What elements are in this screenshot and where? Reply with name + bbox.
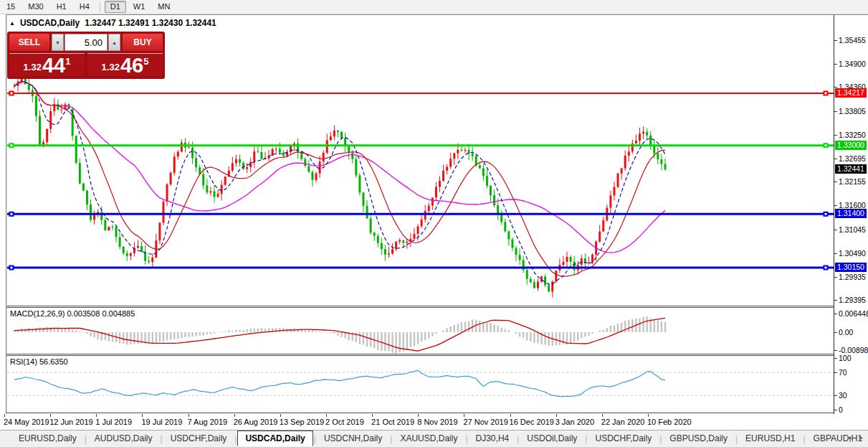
buy-price-pips: 46	[120, 56, 143, 75]
date-axis-tick	[510, 414, 511, 417]
date-axis-label: 13 Sep 2019	[280, 418, 324, 426]
buy-button[interactable]: BUY	[123, 34, 163, 51]
timeframe-button-w1[interactable]: W1	[128, 1, 151, 13]
date-axis-label: 10 Feb 2020	[647, 418, 692, 426]
date-axis-label: 16 Dec 2019	[510, 418, 554, 426]
price-axis-tick	[834, 182, 837, 182]
date-axis-tick	[4, 414, 5, 417]
macd-axis-tick	[834, 332, 837, 333]
macd-axis-tick	[834, 350, 837, 351]
chart-tab-audusd-daily[interactable]: AUDUSD,Daily	[87, 432, 160, 446]
price-level-badge: 1.31400	[835, 209, 867, 218]
date-axis-label: 12 Jun 2019	[49, 418, 93, 426]
buy-price-display[interactable]: 1.32 46 5	[87, 53, 163, 76]
date-axis-tick	[556, 414, 557, 417]
date-axis-tick	[234, 414, 235, 417]
timeframe-button-h1[interactable]: H1	[51, 1, 72, 13]
volume-input[interactable]	[65, 34, 108, 51]
date-axis-label: 21 Oct 2019	[371, 418, 414, 426]
chart-tab-eurusd-daily[interactable]: EURUSD,Daily	[11, 432, 84, 446]
buy-price-point: 5	[143, 56, 148, 67]
chart-ohlc-values: 1.32447 1.32491 1.32430 1.32441	[85, 18, 216, 28]
price-axis-label: 1.33250	[839, 131, 866, 139]
date-axis-tick	[372, 414, 373, 417]
volume-increase-button[interactable]: ▲	[108, 34, 120, 51]
timeframe-button-mn[interactable]: MN	[152, 1, 176, 13]
date-axis-tick	[418, 414, 419, 417]
tab-scroll-right-icon[interactable]: ►	[858, 434, 864, 441]
date-axis-label: 27 Nov 2019	[463, 418, 507, 426]
date-axis-tick	[50, 414, 51, 417]
toolbar-separator	[100, 2, 100, 12]
rsi-axis-tick	[834, 395, 837, 396]
one-click-trading-panel: SELL ▼ ▲ BUY 1.32 44 1 1.32 46 5	[7, 32, 165, 79]
chart-tab-gbpusd-daily[interactable]: GBPUSD,Daily	[662, 432, 735, 446]
chart-tab-dj30-h4[interactable]: DJ30,H4	[469, 432, 517, 446]
price-axis-tick	[834, 300, 837, 301]
rsi-indicator-label: RSI(14) 56.6350	[10, 357, 68, 366]
price-level-badge: 1.34217	[835, 88, 867, 98]
price-axis-label: 1.35455	[839, 36, 866, 44]
date-axis-tick	[326, 414, 327, 417]
sell-price-display[interactable]: 1.32 44 1	[9, 53, 85, 76]
rsi-panel-canvas[interactable]	[7, 356, 834, 413]
date-axis-label: 19 Jul 2019	[141, 418, 182, 426]
price-level-badge: 1.32441	[835, 164, 867, 174]
trading-app-window: 15M30H1H4D1W1MN ▲ USDCAD,Daily 1.32447 1…	[0, 0, 868, 447]
panel-separator[interactable]	[6, 354, 834, 356]
price-axis-tick	[834, 64, 837, 65]
price-axis-label: 1.29935	[839, 273, 866, 281]
chart-tab-xauusd-daily[interactable]: XAUUSD,Daily	[393, 432, 464, 446]
panel-separator[interactable]	[6, 306, 834, 308]
rsi-axis-tick	[834, 358, 837, 359]
date-axis-label: 8 Nov 2019	[417, 418, 457, 426]
collapse-chart-icon[interactable]: ▲	[9, 20, 15, 27]
date-axis-tick	[142, 414, 143, 417]
date-axis-tick	[602, 414, 603, 417]
chart-tab-usdchf-daily[interactable]: USDCHF,Daily	[163, 432, 234, 446]
rsi-axis-label: 0	[839, 405, 843, 414]
date-axis-label: 7 Aug 2019	[188, 418, 228, 426]
price-axis-label: 1.32695	[839, 154, 866, 163]
price-axis-tick	[834, 253, 837, 254]
timeframe-button-m30[interactable]: M30	[22, 1, 49, 13]
date-axis-tick	[96, 414, 97, 417]
chart-title: ▲ USDCAD,Daily 1.32447 1.32491 1.32430 1…	[9, 18, 216, 28]
price-axis-label: 1.31045	[839, 225, 866, 234]
price-axis-tick	[834, 205, 837, 206]
rsi-axis-tick	[834, 410, 837, 410]
timeframe-button-d1[interactable]: D1	[105, 1, 126, 13]
macd-axis-label: 0.00	[839, 328, 853, 337]
timeframe-button-h4[interactable]: H4	[74, 1, 95, 13]
price-axis-label: 1.29395	[839, 296, 866, 304]
date-axis-label: 22 Jan 2020	[601, 418, 645, 426]
date-axis-label: 2 Oct 2019	[325, 418, 364, 426]
chart-tab-bar: EURUSD,Daily|AUDUSD,Daily|USDCHF,Daily|U…	[0, 430, 868, 447]
volume-decrease-button[interactable]: ▼	[52, 34, 64, 51]
chart-tab-usdchf-daily[interactable]: USDCHF,Daily	[588, 432, 659, 446]
chart-tab-usdoil-daily[interactable]: USDOil,Daily	[520, 432, 584, 446]
date-axis-label: 26 Aug 2019	[234, 418, 278, 426]
sell-price-figure: 1.32	[24, 62, 42, 72]
tab-scroll-left-icon[interactable]: ◄	[846, 434, 852, 441]
price-level-badge: 1.33000	[835, 141, 867, 150]
timeframe-button-15[interactable]: 15	[1, 1, 21, 13]
chart-tab-eurusd-h1[interactable]: EURUSD,H1	[738, 432, 802, 446]
price-axis-tick	[834, 277, 837, 278]
date-axis-label: 3 Jan 2020	[555, 418, 594, 426]
timeframe-toolbar: 15M30H1H4D1W1MN	[0, 0, 868, 14]
rsi-axis-tick	[834, 372, 837, 373]
date-axis-tick	[464, 414, 464, 417]
chart-tab-usdcnh-daily[interactable]: USDCNH,Daily	[317, 432, 389, 446]
date-axis-label: 24 May 2019	[4, 418, 49, 426]
price-axis[interactable]: 1.354551.349001.343601.338051.332501.326…	[834, 15, 868, 414]
date-axis[interactable]: 24 May 201912 Jun 20191 Jul 201919 Jul 2…	[0, 414, 868, 430]
buy-price-figure: 1.32	[102, 62, 120, 72]
rsi-axis-label: 70	[839, 368, 847, 377]
chart-tab-usdcad-daily[interactable]: USDCAD,Daily	[237, 430, 313, 446]
macd-axis-tick	[834, 314, 837, 314]
chart-symbol-label: USDCAD,Daily	[20, 18, 80, 28]
sell-button[interactable]: SELL	[9, 34, 49, 51]
macd-indicator-label: MACD(12,26,9) 0.003508 0.004885	[10, 309, 135, 318]
price-axis-tick	[834, 40, 837, 41]
